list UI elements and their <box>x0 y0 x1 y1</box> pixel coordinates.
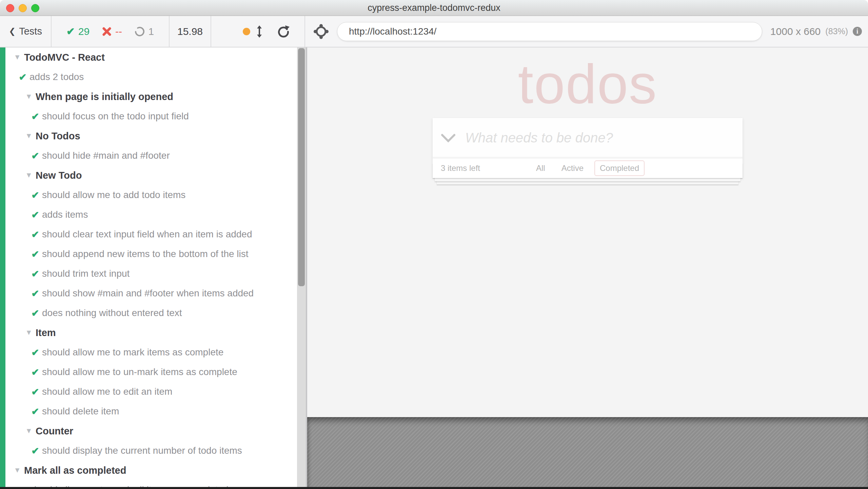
stat-passed: ✔ 29 <box>66 25 90 37</box>
filter-completed[interactable]: Completed <box>594 160 645 176</box>
test-label: should allow me to add todo items <box>42 190 185 200</box>
run-duration: 15.98 <box>170 16 211 47</box>
reporter-scrollbar[interactable] <box>297 47 306 488</box>
app-pane: todos 3 items left AllActiveCompleted <box>307 47 868 488</box>
test-passed-check-icon: ✔ <box>31 367 40 378</box>
test-label: should allow me to mark items as complet… <box>42 347 223 358</box>
test-passed-check-icon: ✔ <box>31 308 40 319</box>
test-passed-check-icon: ✔ <box>31 445 40 456</box>
runner-controls <box>211 16 305 47</box>
viewport-info-icon[interactable]: i <box>853 27 862 36</box>
up-down-arrows-icon <box>255 25 264 38</box>
test-label: should hide #main and #footer <box>42 150 170 161</box>
test-row[interactable]: ✔should delete item <box>0 402 297 421</box>
test-label: should display the current number of tod… <box>42 445 242 456</box>
restart-tests-button[interactable] <box>277 25 290 38</box>
test-row[interactable]: ✔should allow me to edit an item <box>0 382 297 402</box>
stat-failed: -- <box>102 26 122 37</box>
test-passed-check-icon: ✔ <box>31 386 40 397</box>
test-label: adds 2 todos <box>29 72 84 82</box>
suite-row[interactable]: ▾TodoMVC - React <box>0 47 297 67</box>
test-row[interactable]: ✔adds 2 todos <box>0 67 297 87</box>
test-passed-check-icon: ✔ <box>31 268 40 279</box>
url-bar[interactable]: http://localhost:1234/ <box>337 22 762 41</box>
test-list: ▾TodoMVC - React✔adds 2 todos▾When page … <box>0 47 297 488</box>
test-row[interactable]: ✔should allow me to un-mark items as com… <box>0 362 297 382</box>
back-to-tests-button[interactable]: ❮ Tests <box>0 16 52 47</box>
collapse-caret-icon: ▾ <box>24 170 33 180</box>
test-passed-check-icon: ✔ <box>31 406 40 417</box>
test-label: should trim text input <box>42 268 130 279</box>
test-passed-check-icon: ✔ <box>31 249 40 260</box>
suite-label: Item <box>36 327 56 338</box>
filter-list: AllActiveCompleted <box>531 160 645 176</box>
scrollbar-thumb[interactable] <box>298 48 305 286</box>
titlebar: cypress-example-todomvc-redux <box>0 0 868 16</box>
auto-scroll-dot-icon <box>243 28 250 35</box>
test-passed-check-icon: ✔ <box>31 229 40 240</box>
suite-label: New Todo <box>36 170 82 181</box>
suite-label: TodoMVC - React <box>24 52 105 63</box>
todo-footer: 3 items left AllActiveCompleted <box>433 158 743 178</box>
test-label: should delete item <box>42 406 119 417</box>
test-passed-check-icon: ✔ <box>31 209 40 220</box>
test-row[interactable]: ✔should focus on the todo input field <box>0 106 297 126</box>
suite-row[interactable]: ▾Mark all as completed <box>0 461 297 480</box>
test-row[interactable]: ✔should append new items to the bottom o… <box>0 244 297 264</box>
suite-label: Mark all as completed <box>24 465 126 476</box>
viewport-info: 1000 x 660 (83%) i <box>770 26 862 37</box>
filter-all[interactable]: All <box>531 160 551 176</box>
test-row[interactable]: ✔should trim text input <box>0 264 297 283</box>
test-row[interactable]: ✔should allow me to mark items as comple… <box>0 343 297 362</box>
test-passed-check-icon: ✔ <box>31 150 40 161</box>
new-todo-input[interactable] <box>465 118 736 158</box>
outside-viewport-hatch <box>307 417 868 488</box>
todo-card: 3 items left AllActiveCompleted <box>433 118 743 178</box>
test-row[interactable]: ✔should show #main and #footer when item… <box>0 283 297 303</box>
cypress-runner-window: cypress-example-todomvc-redux ❮ Tests ✔ … <box>0 0 868 489</box>
collapse-caret-icon: ▾ <box>24 91 33 101</box>
test-row[interactable]: ✔should allow me to add todo items <box>0 185 297 205</box>
test-passed-check-icon: ✔ <box>31 111 40 122</box>
test-row[interactable]: ✔adds items <box>0 205 297 224</box>
toggle-all-button[interactable] <box>441 134 456 142</box>
suite-label: No Todos <box>36 131 80 142</box>
test-label: does nothing without entered text <box>42 308 182 318</box>
test-label: should append new items to the bottom of… <box>42 249 249 259</box>
test-row[interactable]: ✔should display the current number of to… <box>0 441 297 461</box>
test-label: should show #main and #footer when items… <box>42 288 254 299</box>
back-to-tests-label: Tests <box>19 26 42 37</box>
app-header: http://localhost:1234/ 1000 x 660 (83%) … <box>305 16 868 47</box>
test-passed-check-icon: ✔ <box>31 190 40 201</box>
back-chevron-icon: ❮ <box>9 26 16 36</box>
passed-count: 29 <box>78 26 90 37</box>
test-passed-check-icon: ✔ <box>18 72 27 83</box>
test-row[interactable]: ✔should hide #main and #footer <box>0 146 297 165</box>
suite-row[interactable]: ▾When page is initially opened <box>0 87 297 106</box>
test-passed-check-icon: ✔ <box>31 288 40 299</box>
suite-row[interactable]: ▾Counter <box>0 421 297 441</box>
filter-active[interactable]: Active <box>556 160 589 176</box>
suite-row[interactable]: ▾Item <box>0 323 297 343</box>
suite-label: When page is initially opened <box>36 91 173 102</box>
suite-row[interactable]: ▾No Todos <box>0 126 297 146</box>
failed-x-icon <box>102 26 112 37</box>
test-row[interactable]: ✔does nothing without entered text <box>0 303 297 323</box>
collapse-caret-icon: ▾ <box>13 52 22 62</box>
stat-pending: 1 <box>134 26 154 37</box>
selector-playground-button[interactable] <box>313 23 330 40</box>
main-split: ▾TodoMVC - React✔adds 2 todos▾When page … <box>0 47 868 488</box>
suite-row[interactable]: ▾New Todo <box>0 165 297 185</box>
window-title: cypress-example-todomvc-redux <box>0 0 868 16</box>
test-stats: ✔ 29 -- 1 <box>52 16 170 47</box>
window-bottom-edge <box>0 487 868 489</box>
pending-count: 1 <box>149 26 154 37</box>
test-label: should allow me to edit an item <box>42 386 172 397</box>
auto-scroll-toggle[interactable] <box>243 25 264 38</box>
reporter-sidebar: ▾TodoMVC - React✔adds 2 todos▾When page … <box>0 47 297 488</box>
crosshair-icon <box>313 23 330 40</box>
test-row[interactable]: ✔should clear text input field when an i… <box>0 224 297 244</box>
todos-app-title: todos <box>307 52 868 116</box>
test-label: should focus on the todo input field <box>42 111 189 122</box>
app-under-test: todos 3 items left AllActiveCompleted <box>307 47 868 417</box>
